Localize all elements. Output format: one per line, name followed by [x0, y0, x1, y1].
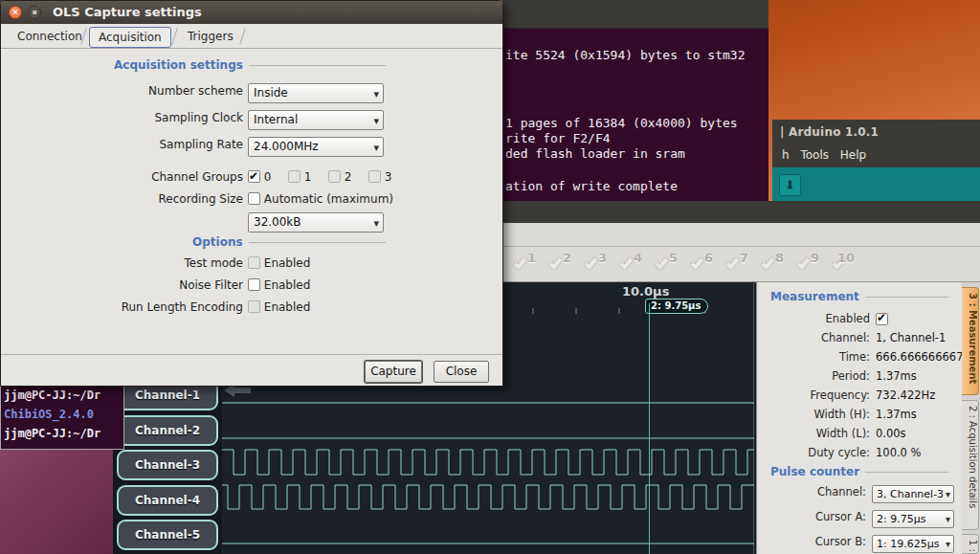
recording-size-auto-checkbox[interactable]: [248, 192, 260, 205]
desktop: | Arduino 1.0.1 h Tools Help ⬇ 1 2 3 4 5…: [0, 0, 980, 554]
measurement-enabled-checkbox[interactable]: [876, 313, 888, 325]
dialog-footer: Capture Close: [1, 354, 502, 387]
tab-triggers[interactable]: Triggers: [179, 27, 242, 48]
terminal-line: ite 5524 (0x1594) bytes to stm32: [505, 48, 745, 62]
channel-group-2-checkbox: [328, 170, 341, 183]
cursor-6-button[interactable]: 6: [690, 251, 715, 277]
channel-group-3-checkbox: [368, 170, 381, 183]
cursor-9-button[interactable]: 9: [796, 251, 821, 277]
terminal-line: rite for F2/F4: [505, 131, 611, 145]
sampling-clock-select[interactable]: Internal▾: [248, 110, 384, 130]
cursor-3-button[interactable]: 3: [584, 251, 609, 277]
enabled-label: Enabled: [757, 312, 870, 325]
options-header: Options: [192, 235, 386, 249]
dialog-titlebar[interactable]: ✕ ▪ OLS Capture settings: [1, 1, 502, 24]
download-arrow-icon: ⬇: [785, 178, 795, 192]
cursor-flag-icon: [585, 255, 598, 269]
test-mode-checkbox: [248, 256, 260, 269]
cursor-flag-icon: [549, 255, 563, 269]
dialog-title: OLS Capture settings: [53, 5, 202, 19]
channel-label[interactable]: Channel-3: [117, 450, 218, 480]
chevron-down-icon: ▾: [373, 139, 379, 157]
cursor-2-line[interactable]: [649, 303, 650, 554]
cursor-2-button[interactable]: 2: [548, 251, 573, 277]
flash-terminal-titlebar[interactable]: [502, 0, 768, 29]
cursor-4-button[interactable]: 4: [619, 251, 644, 277]
upload-button[interactable]: ⬇: [779, 174, 801, 196]
measurement-channel-value: 1, Channel-1: [876, 331, 946, 344]
cursor-flag-icon: [691, 255, 704, 269]
measurement-panel: Measurement Enabled Channel:1, Channel-1…: [756, 282, 962, 554]
measurement-width-h-value: 1.37ms: [876, 408, 917, 421]
chevron-down-icon: ▾: [946, 511, 950, 527]
close-button[interactable]: Close: [434, 361, 489, 383]
cursor-flag-icon: [797, 255, 811, 269]
chevron-down-icon: ▾: [373, 112, 379, 130]
minimize-window-icon[interactable]: ▪: [28, 6, 41, 19]
cursor-2-flag[interactable]: 2: 9.75µs: [645, 299, 708, 314]
shell-prompt-line: jjm@PC-JJ:~/Dr: [4, 388, 100, 402]
channel-group-1-checkbox: [288, 170, 301, 183]
tab-cursors[interactable]: 1 :: [962, 534, 979, 554]
cursor-a-select[interactable]: 2: 9.75µs▾: [872, 510, 954, 528]
timeline-scale-label: 10.0µs: [622, 284, 669, 299]
terminal-line: 1 pages of 16384 (0x4000) bytes: [505, 116, 738, 130]
cursor-b-select[interactable]: 1: 19.625µs▾: [872, 535, 954, 553]
chevron-down-icon: ▾: [946, 486, 950, 502]
cursor-flag-icon: [726, 255, 740, 269]
recording-size-select[interactable]: 32.00kB▾: [248, 212, 384, 233]
cursor-10-button[interactable]: 10: [832, 251, 857, 277]
measurement-duty-cycle-value: 100.0 %: [876, 446, 922, 459]
cursor-7-button[interactable]: 7: [725, 251, 750, 277]
arduino-window-title: | Arduino 1.0.1: [780, 125, 879, 139]
dialog-tab-bar: Connection Acquisition Triggers: [1, 24, 502, 49]
acquisition-settings-header: Acquisition settings: [114, 58, 386, 72]
pulse-counter-channel-select[interactable]: 3, Channel-3▾: [872, 485, 954, 503]
terminal-line: ded flash loader in sram: [505, 146, 685, 161]
sampling-rate-select[interactable]: 24.000MHz▾: [248, 137, 384, 157]
channel-label[interactable]: Channel-2: [117, 415, 218, 446]
capture-button[interactable]: Capture: [365, 361, 422, 383]
tab-acquisition[interactable]: Acquisition: [89, 27, 171, 48]
measurement-frequency-value: 732.422Hz: [876, 388, 935, 402]
tab-measurement[interactable]: 3 : Measurement: [962, 287, 979, 395]
channel-group-0-checkbox[interactable]: [248, 170, 260, 183]
rle-checkbox: [248, 300, 260, 313]
arduino-menubar[interactable]: h Tools Help: [782, 148, 866, 162]
arduino-toolbar: ⬇: [772, 167, 980, 204]
shell-output-line: ChibiOS_2.4.0: [4, 408, 94, 421]
flash-terminal-window: ite 5524 (0x1594) bytes to stm32 1 pages…: [502, 0, 768, 201]
measurement-time-value: 666.666666667n: [876, 350, 970, 364]
tab-acquisition-details[interactable]: 2 : Acquisition details: [962, 400, 979, 530]
close-window-icon[interactable]: ✕: [9, 6, 22, 19]
capture-settings-dialog: ✕ ▪ OLS Capture settings Connection Acqu…: [0, 0, 503, 387]
cursor-1-button[interactable]: 1: [513, 251, 538, 277]
measurement-period-value: 1.37ms: [876, 369, 917, 383]
cursor-5-button[interactable]: 5: [655, 251, 679, 277]
shell-terminal-window: jjm@PC-JJ:~/Dr ChibiOS_2.4.0 jjm@PC-JJ:~…: [0, 385, 124, 450]
cursor-flag-icon: [514, 255, 527, 269]
pulse-counter-section-header: Pulse counter: [770, 465, 948, 478]
tab-connection[interactable]: Connection: [9, 27, 91, 48]
number-scheme-select[interactable]: Inside▾: [248, 83, 384, 103]
shell-prompt-line: jjm@PC-JJ:~/Dr: [4, 427, 100, 440]
channel-label[interactable]: Channel-4: [117, 485, 218, 516]
terminal-line: ation of write complete: [505, 179, 678, 193]
side-tab-strip: 3 : Measurement 2 : Acquisition details …: [962, 282, 980, 554]
chevron-down-icon: ▾: [373, 85, 379, 103]
cursor-flag-icon: [762, 255, 775, 269]
channel-label[interactable]: Channel-5: [117, 520, 218, 550]
cursor-flag-icon: [656, 255, 669, 269]
cursor-8-button[interactable]: 8: [761, 251, 786, 277]
chevron-down-icon: ▾: [946, 536, 950, 552]
cursor-flag-icon: [620, 255, 634, 269]
measurement-section-header: Measurement: [770, 290, 948, 303]
measurement-width-l-value: 0.00s: [876, 427, 906, 440]
chevron-down-icon: ▾: [373, 214, 379, 233]
noise-filter-checkbox[interactable]: [248, 278, 260, 291]
